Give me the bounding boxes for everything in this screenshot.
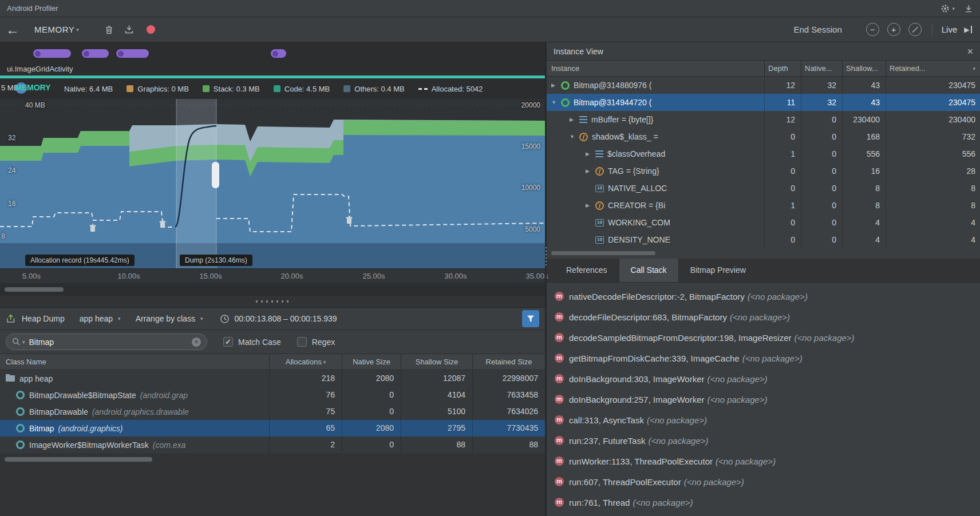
others-swatch-icon bbox=[343, 85, 350, 92]
filter-button[interactable] bbox=[522, 310, 539, 327]
column-instance[interactable]: Instance bbox=[547, 61, 764, 76]
close-icon[interactable]: × bbox=[967, 46, 973, 57]
call-stack-frame[interactable]: run:761, Thread(<no package>) bbox=[547, 492, 980, 513]
method-icon bbox=[555, 477, 564, 486]
expand-collapsed-icon[interactable]: ▶ bbox=[586, 151, 595, 157]
field-row[interactable]: WORKING_COM 0 0 4 4 bbox=[547, 214, 980, 231]
activity-name: ui.ImageGridActivity bbox=[0, 62, 545, 76]
clock-icon bbox=[220, 314, 230, 324]
column-native-size[interactable]: Native Size bbox=[342, 354, 401, 370]
call-stack-frame[interactable]: decodeFileDescriptor:683, BitmapFactory(… bbox=[547, 307, 980, 327]
instance-scrollbar[interactable] bbox=[547, 248, 980, 259]
graphics-swatch-icon bbox=[127, 85, 133, 92]
expand-expanded-icon[interactable]: ▼ bbox=[570, 134, 579, 140]
field-row[interactable]: DENSITY_NONE 0 0 4 4 bbox=[547, 231, 980, 248]
chevron-down-icon: ▾ bbox=[200, 316, 203, 321]
end-session-button[interactable]: End Session bbox=[794, 25, 842, 34]
tab-references[interactable]: References bbox=[555, 258, 619, 282]
allocation-record-marker[interactable]: Allocation record (19s445.42ms) bbox=[25, 255, 135, 266]
call-stack-frame[interactable]: call:313, AsyncTask(<no package>) bbox=[547, 410, 980, 430]
search-input[interactable]: ▾ Bitmap × bbox=[6, 334, 207, 350]
call-stack-frame[interactable]: decodeSampledBitmapFromDescriptor:198, I… bbox=[547, 327, 980, 348]
instance-row-selected[interactable]: ▼ Bitmap@314944720 ( 11 32 43 230475 bbox=[547, 94, 980, 111]
delete-button[interactable] bbox=[104, 25, 114, 35]
class-icon bbox=[16, 424, 25, 432]
horizontal-splitter[interactable] bbox=[0, 296, 545, 307]
field-row[interactable]: ▶ TAG = {String} 0 0 16 28 bbox=[547, 162, 980, 180]
regex-checkbox[interactable]: Regex bbox=[297, 337, 335, 347]
timeline-scrollbar[interactable] bbox=[0, 283, 545, 296]
column-retained-size[interactable]: Retained Size bbox=[472, 354, 545, 370]
array-icon bbox=[595, 150, 603, 157]
export-session-button[interactable] bbox=[124, 25, 134, 34]
call-stack-frame[interactable]: doInBackground:257, ImageWorker(<no pack… bbox=[547, 389, 980, 410]
arrange-dropdown[interactable]: Arrange by class ▾ bbox=[136, 314, 203, 323]
field-row[interactable]: NATIVE_ALLOC 0 0 8 8 bbox=[547, 180, 980, 197]
export-heap-button[interactable] bbox=[6, 313, 16, 324]
call-stack-frame[interactable]: getBitmapFromDiskCache:339, ImageCache(<… bbox=[547, 348, 980, 368]
table-row-class-selected[interactable]: Bitmap (android.graphics) 65 2080 2795 7… bbox=[0, 420, 545, 436]
tab-call-stack[interactable]: Call Stack bbox=[619, 258, 679, 282]
table-row-class[interactable]: ImageWorker$BitmapWorkerTask (com.exa 2 … bbox=[0, 436, 545, 453]
column-retained[interactable]: Retained... ▾ bbox=[886, 61, 980, 76]
table-row-class[interactable]: BitmapDrawable$BitmapState (android.grap… bbox=[0, 387, 545, 403]
call-stack-frame[interactable]: doInBackground:303, ImageWorker(<no pack… bbox=[547, 368, 980, 389]
activity-event-pill[interactable] bbox=[82, 49, 109, 58]
settings-button[interactable]: ▾ bbox=[940, 3, 955, 14]
field-row[interactable]: ▼ shadow$_klass_ = 0 0 168 732 bbox=[547, 128, 980, 145]
class-table-scrollbar[interactable] bbox=[0, 453, 545, 466]
zoom-out-button[interactable]: − bbox=[866, 23, 879, 36]
call-stack-frame[interactable]: nativeDecodeFileDescriptor:-2, BitmapFac… bbox=[547, 286, 980, 307]
field-row[interactable]: ▶ CREATOR = {Bi 1 0 8 8 bbox=[547, 197, 980, 214]
method-icon bbox=[555, 374, 564, 383]
install-button[interactable] bbox=[964, 4, 973, 13]
activity-event-pill[interactable] bbox=[116, 49, 149, 58]
instance-tree: ▶ Bitmap@314880976 ( 12 32 43 230475 ▼ B… bbox=[547, 77, 980, 248]
activity-event-pill[interactable] bbox=[271, 49, 286, 58]
column-allocations[interactable]: Allocations ▾ bbox=[269, 354, 342, 370]
memory-chart[interactable]: 40 MB 32 24 16 8 20000 15000 10000 5000 … bbox=[0, 99, 545, 268]
scrollbar-thumb[interactable] bbox=[5, 457, 152, 462]
chevron-down-icon: ▾ bbox=[76, 27, 79, 33]
profiler-type-dropdown[interactable]: MEMORY ▾ bbox=[34, 25, 79, 34]
clear-search-button[interactable]: × bbox=[192, 338, 201, 347]
tab-bitmap-preview[interactable]: Bitmap Preview bbox=[679, 258, 757, 282]
record-button[interactable] bbox=[147, 25, 155, 34]
expand-collapsed-icon[interactable]: ▶ bbox=[570, 117, 579, 122]
instance-row[interactable]: ▶ Bitmap@314880976 ( 12 32 43 230475 bbox=[547, 77, 980, 94]
expand-expanded-icon[interactable]: ▼ bbox=[551, 100, 561, 105]
chevron-down-icon: ▾ bbox=[118, 316, 121, 321]
back-button[interactable]: ← bbox=[6, 23, 19, 37]
y-axis-label: 8 bbox=[1, 232, 5, 240]
reset-zoom-button[interactable] bbox=[908, 23, 922, 36]
table-row-class[interactable]: BitmapDrawable (android.graphics.drawabl… bbox=[0, 403, 545, 420]
heap-select-dropdown[interactable]: app heap ▾ bbox=[80, 314, 121, 323]
selection-handle[interactable] bbox=[212, 162, 219, 188]
chevron-down-icon: ▾ bbox=[22, 339, 25, 345]
zoom-in-button[interactable]: + bbox=[887, 23, 900, 36]
match-case-checkbox[interactable]: ✓ Match Case bbox=[223, 337, 281, 347]
column-class-name[interactable]: Class Name bbox=[0, 354, 269, 370]
checkbox-unchecked-icon bbox=[297, 337, 307, 347]
primitive-icon bbox=[595, 236, 604, 244]
call-stack-frame[interactable]: run:607, ThreadPoolExecutor(<no package>… bbox=[547, 471, 980, 492]
table-row-heap[interactable]: app heap 218 2080 12087 22998007 bbox=[0, 370, 545, 387]
expand-collapsed-icon[interactable]: ▶ bbox=[586, 203, 595, 208]
scrollbar-thumb[interactable] bbox=[5, 287, 64, 292]
panel-splitter[interactable] bbox=[545, 42, 547, 516]
call-stack-frame[interactable]: runWorker:1133, ThreadPoolExecutor(<no p… bbox=[547, 451, 980, 471]
scrollbar-thumb[interactable] bbox=[551, 251, 655, 255]
field-row[interactable]: ▶ $classOverhead 1 0 556 556 bbox=[547, 145, 980, 162]
field-row[interactable]: ▶ mBuffer = {byte[]} 12 0 230400 230400 bbox=[547, 111, 980, 128]
column-native[interactable]: Native... bbox=[801, 61, 842, 76]
call-stack-frame[interactable]: run:237, FutureTask(<no package>) bbox=[547, 430, 980, 451]
column-shallow-size[interactable]: Shallow Size bbox=[401, 354, 472, 370]
activity-event-pill[interactable] bbox=[33, 49, 71, 58]
stack-swatch-icon bbox=[203, 85, 210, 92]
column-depth[interactable]: Depth bbox=[764, 61, 801, 76]
expand-collapsed-icon[interactable]: ▶ bbox=[551, 82, 561, 88]
heap-dump-marker[interactable]: Dump (2s130.46ms) bbox=[180, 255, 252, 266]
go-live-button[interactable]: ▶ bbox=[964, 26, 972, 34]
column-shallow[interactable]: Shallow... bbox=[842, 61, 886, 76]
expand-collapsed-icon[interactable]: ▶ bbox=[586, 168, 595, 174]
